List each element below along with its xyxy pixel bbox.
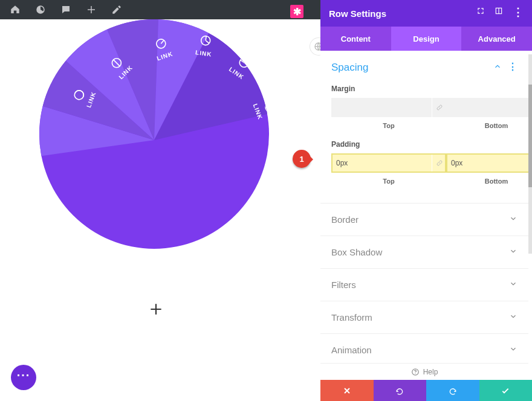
padding-top-field[interactable] <box>331 153 432 173</box>
badge-asterisk-icon[interactable]: ✱ <box>290 5 303 18</box>
tab-content[interactable]: Content <box>320 27 391 51</box>
padding-bottom-caption: Bottom <box>446 178 528 185</box>
link-values-icon[interactable] <box>432 98 446 117</box>
margin-top-field[interactable] <box>331 98 432 117</box>
redo-button[interactable] <box>426 380 479 401</box>
kebab-icon[interactable]: ⋮ <box>513 5 524 19</box>
chevron-up-icon[interactable] <box>493 62 502 73</box>
annotation-number: 1 <box>293 150 311 168</box>
margin-top-input[interactable] <box>331 98 446 117</box>
chevron-down-icon <box>509 345 517 355</box>
section-border[interactable]: Border <box>320 203 528 236</box>
tab-advanced-label: Advanced <box>478 34 516 43</box>
chevron-down-icon <box>509 312 517 322</box>
chevron-down-icon <box>509 247 517 257</box>
close-button[interactable] <box>320 380 374 401</box>
add-module-button[interactable] <box>144 297 168 321</box>
section-animation[interactable]: Animation <box>320 333 528 366</box>
panel-tabs: Content Design Advanced <box>320 27 532 51</box>
gauge-icon[interactable] <box>35 4 46 15</box>
save-button[interactable] <box>479 380 533 401</box>
padding-top-input[interactable] <box>331 153 446 173</box>
padding-group: Padding TopBottomLeftRight <box>331 140 517 185</box>
svg-point-5 <box>264 101 269 113</box>
tab-design-label: Design <box>413 34 439 43</box>
help-icon <box>411 368 420 376</box>
panel-header: Row Settings ⋮ <box>320 0 532 27</box>
section-title: Box Shadow <box>331 247 382 257</box>
link-values-icon[interactable] <box>432 153 446 173</box>
tab-advanced[interactable]: Advanced <box>461 27 532 51</box>
padding-bottom-input[interactable] <box>446 153 528 173</box>
help-label: Help <box>423 368 438 376</box>
chevron-down-icon <box>509 280 517 290</box>
undo-button[interactable] <box>374 380 427 401</box>
grid-icon[interactable] <box>495 7 503 20</box>
section-title: Border <box>331 214 358 225</box>
home-icon[interactable] <box>10 4 21 15</box>
section-filters[interactable]: Filters <box>320 268 528 301</box>
comment-icon[interactable] <box>60 4 71 15</box>
margin-bottom-input[interactable] <box>446 98 528 117</box>
panel-footer <box>320 380 532 401</box>
margin-bottom-field[interactable] <box>446 98 528 117</box>
editor-canvas: LINK LINK LINK LINK LINK LINK ··· <box>0 19 320 401</box>
section-kebab-icon[interactable]: ⋮ <box>508 61 517 72</box>
plus-icon[interactable] <box>86 4 97 15</box>
builder-fab-label: ··· <box>17 368 31 382</box>
scrollbar-thumb[interactable] <box>528 85 532 187</box>
section-transform[interactable]: Transform <box>320 301 528 333</box>
margin-bottom-caption: Bottom <box>446 122 528 129</box>
section-box-shadow[interactable]: Box Shadow <box>320 236 528 268</box>
help-row[interactable]: Help <box>320 363 528 380</box>
margin-top-caption: Top <box>331 122 446 129</box>
settings-panel: Row Settings ⋮ Content Design Advanced S… <box>320 0 532 401</box>
panel-title: Row Settings <box>329 8 386 19</box>
margin-label: Margin <box>331 85 517 93</box>
padding-top-caption: Top <box>331 178 446 185</box>
builder-fab-button[interactable]: ··· <box>11 365 36 390</box>
svg-point-9 <box>415 373 415 374</box>
padding-bottom-field[interactable] <box>446 153 528 173</box>
badge-asterisk-label: ✱ <box>293 6 301 18</box>
tab-design[interactable]: Design <box>391 27 462 51</box>
annotation-callout: 1 <box>293 150 318 169</box>
wp-admin-bar <box>0 0 320 19</box>
section-spacing-header[interactable]: Spacing ⋮ <box>331 62 517 74</box>
radial-menu[interactable]: LINK LINK LINK LINK LINK LINK <box>39 19 269 249</box>
pencil-icon[interactable] <box>111 4 122 15</box>
pie-link[interactable]: LINK <box>195 33 215 57</box>
section-spacing-title: Spacing <box>331 62 368 74</box>
margin-group: Margin TopBottomLeftRight <box>331 85 517 129</box>
tab-content-label: Content <box>341 34 371 43</box>
panel-body: Spacing ⋮ Margin TopBottomLeftRight Padd… <box>320 51 528 380</box>
section-title: Animation <box>331 345 372 355</box>
section-title: Transform <box>331 312 372 322</box>
section-spacing: Spacing ⋮ Margin TopBottomLeftRight Padd… <box>320 51 528 191</box>
section-title: Filters <box>331 280 356 290</box>
chevron-down-icon <box>509 214 517 225</box>
expand-icon[interactable] <box>476 7 485 20</box>
padding-label: Padding <box>331 140 517 149</box>
